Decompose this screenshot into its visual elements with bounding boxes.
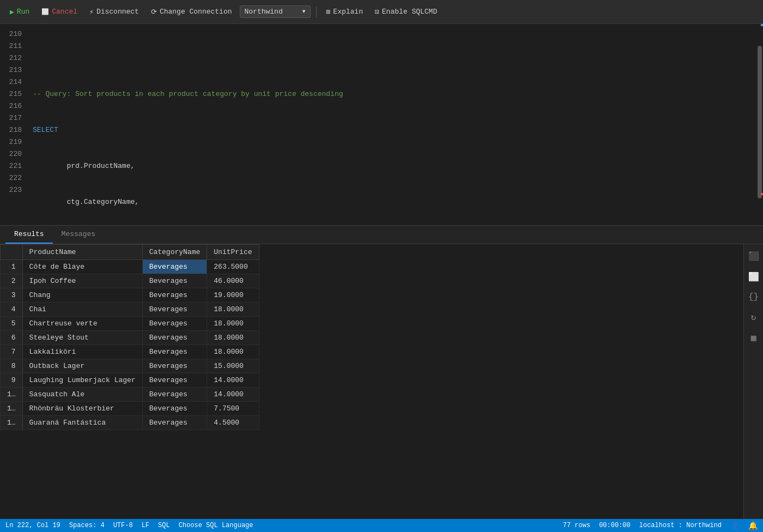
editor-scrollbar[interactable] bbox=[756, 24, 763, 225]
status-right: 77 rows 00:00:00 localhost : Northwind 👤… bbox=[563, 521, 758, 530]
explain-button[interactable]: ⊞ Explain bbox=[322, 5, 367, 19]
code-line-213: prd.ProductName, bbox=[33, 160, 751, 172]
row-num-cell[interactable]: 1… bbox=[1, 416, 23, 430]
sqlcmd-icon: ⊡ bbox=[375, 8, 379, 16]
status-bell-icon[interactable]: 🔔 bbox=[748, 521, 758, 530]
unit-price-cell[interactable]: 7.7500 bbox=[207, 402, 259, 416]
category-name-cell[interactable]: Beverages bbox=[142, 260, 207, 274]
table-row[interactable]: 7LakkaliköriBeverages18.0000 bbox=[1, 345, 259, 359]
unit-price-cell[interactable]: 14.0000 bbox=[207, 388, 259, 402]
editor-scroll-thumb bbox=[758, 46, 762, 198]
product-name-cell[interactable]: Steeleye Stout bbox=[22, 331, 142, 345]
row-num-cell[interactable]: 1 bbox=[1, 260, 23, 274]
db-name: Northwind bbox=[245, 8, 283, 16]
chart-icon[interactable]: ▦ bbox=[749, 330, 759, 346]
editor-area: 210 211 212 213 214 215 216 217 218 219 … bbox=[0, 24, 763, 519]
status-language: SQL bbox=[158, 522, 170, 529]
category-name-cell[interactable]: Beverages bbox=[142, 288, 207, 303]
row-num-cell[interactable]: 1… bbox=[1, 388, 23, 402]
unit-price-cell[interactable]: 4.5000 bbox=[207, 416, 259, 430]
row-num-cell[interactable]: 2 bbox=[1, 274, 23, 288]
product-name-cell[interactable]: Chartreuse verte bbox=[22, 317, 142, 331]
unit-price-cell[interactable]: 263.5000 bbox=[207, 260, 259, 274]
row-num-cell[interactable]: 3 bbox=[1, 288, 23, 303]
arrow-icon[interactable]: ↻ bbox=[749, 310, 759, 325]
table-row[interactable]: 1…Sasquatch AleBeverages14.0000 bbox=[1, 388, 259, 402]
code-content[interactable]: -- Query: Sort products in each product … bbox=[27, 24, 756, 225]
chevron-down-icon: ▼ bbox=[302, 9, 306, 15]
product-name-cell[interactable]: Outback Lager bbox=[22, 359, 142, 373]
product-name-cell[interactable]: Chang bbox=[22, 288, 142, 303]
export-icon[interactable]: ⬛ bbox=[746, 249, 761, 264]
unit-price-cell[interactable]: 14.0000 bbox=[207, 373, 259, 388]
row-num-cell[interactable]: 8 bbox=[1, 359, 23, 373]
col-header-num[interactable] bbox=[1, 245, 23, 260]
table-row[interactable]: 3ChangBeverages19.0000 bbox=[1, 288, 259, 303]
enable-sqlcmd-button[interactable]: ⊡ Enable SQLCMD bbox=[371, 5, 441, 19]
tab-results[interactable]: Results bbox=[5, 226, 53, 244]
product-name-cell[interactable]: Sasquatch Ale bbox=[22, 388, 142, 402]
category-name-cell[interactable]: Beverages bbox=[142, 416, 207, 430]
category-name-cell[interactable]: Beverages bbox=[142, 317, 207, 331]
unit-price-cell[interactable]: 15.0000 bbox=[207, 359, 259, 373]
status-line-ending: LF bbox=[142, 522, 149, 529]
status-choose-language[interactable]: Choose SQL Language bbox=[179, 522, 253, 529]
table-row[interactable]: 1Côte de BlayeBeverages263.5000 bbox=[1, 260, 259, 274]
col-header-productname[interactable]: ProductName bbox=[22, 245, 142, 260]
unit-price-cell[interactable]: 19.0000 bbox=[207, 288, 259, 303]
json-icon[interactable]: {} bbox=[746, 290, 761, 304]
category-name-cell[interactable]: Beverages bbox=[142, 359, 207, 373]
table-row[interactable]: 8Outback LagerBeverages15.0000 bbox=[1, 359, 259, 373]
status-position: Ln 222, Col 19 bbox=[5, 522, 60, 529]
table-row[interactable]: 1…Rhönbräu KlosterbierBeverages7.7500 bbox=[1, 402, 259, 416]
table-row[interactable]: 1…Guaraná FantásticaBeverages4.5000 bbox=[1, 416, 259, 430]
category-name-cell[interactable]: Beverages bbox=[142, 274, 207, 288]
col-header-categoryname[interactable]: CategoryName bbox=[142, 245, 207, 260]
code-editor[interactable]: 210 211 212 213 214 215 216 217 218 219 … bbox=[0, 24, 763, 226]
table-row[interactable]: 2Ipoh CoffeeBeverages46.0000 bbox=[1, 274, 259, 288]
unit-price-cell[interactable]: 46.0000 bbox=[207, 274, 259, 288]
unit-price-cell[interactable]: 18.0000 bbox=[207, 331, 259, 345]
row-num-cell[interactable]: 6 bbox=[1, 331, 23, 345]
product-name-cell[interactable]: Rhönbräu Klosterbier bbox=[22, 402, 142, 416]
category-name-cell[interactable]: Beverages bbox=[142, 303, 207, 317]
category-name-cell[interactable]: Beverages bbox=[142, 331, 207, 345]
table-row[interactable]: 4ChaiBeverages18.0000 bbox=[1, 303, 259, 317]
category-name-cell[interactable]: Beverages bbox=[142, 373, 207, 388]
product-name-cell[interactable]: Guaraná Fantástica bbox=[22, 416, 142, 430]
disconnect-label: Disconnect bbox=[96, 8, 139, 16]
run-button[interactable]: ▶ Run bbox=[5, 5, 34, 19]
unit-price-cell[interactable]: 18.0000 bbox=[207, 303, 259, 317]
product-name-cell[interactable]: Ipoh Coffee bbox=[22, 274, 142, 288]
expand-icon[interactable]: ⬜ bbox=[746, 269, 761, 285]
change-connection-button[interactable]: ⟳ Change Connection bbox=[147, 5, 237, 19]
table-row[interactable]: 5Chartreuse verteBeverages18.0000 bbox=[1, 317, 259, 331]
explain-label: Explain bbox=[333, 8, 363, 16]
product-name-cell[interactable]: Lakkaliköri bbox=[22, 345, 142, 359]
status-user-icon[interactable]: 👤 bbox=[730, 521, 740, 530]
category-name-cell[interactable]: Beverages bbox=[142, 402, 207, 416]
col-header-unitprice[interactable]: UnitPrice bbox=[207, 245, 259, 260]
category-name-cell[interactable]: Beverages bbox=[142, 345, 207, 359]
results-table-container[interactable]: ProductName CategoryName UnitPrice 1Côte… bbox=[0, 244, 743, 519]
cancel-button[interactable]: ⬜ Cancel bbox=[37, 5, 82, 18]
product-name-cell[interactable]: Chai bbox=[22, 303, 142, 317]
table-row[interactable]: 6Steeleye StoutBeverages18.0000 bbox=[1, 331, 259, 345]
unit-price-cell[interactable]: 18.0000 bbox=[207, 317, 259, 331]
enable-sqlcmd-label: Enable SQLCMD bbox=[382, 8, 437, 16]
status-encoding: UTF-8 bbox=[113, 522, 133, 529]
category-name-cell[interactable]: Beverages bbox=[142, 388, 207, 402]
database-selector[interactable]: Northwind ▼ bbox=[240, 5, 311, 18]
product-name-cell[interactable]: Côte de Blaye bbox=[22, 260, 142, 274]
tab-messages[interactable]: Messages bbox=[53, 226, 104, 244]
product-name-cell[interactable]: Laughing Lumberjack Lager bbox=[22, 373, 142, 388]
table-row[interactable]: 9Laughing Lumberjack LagerBeverages14.00… bbox=[1, 373, 259, 388]
unit-price-cell[interactable]: 18.0000 bbox=[207, 345, 259, 359]
explain-icon: ⊞ bbox=[326, 8, 331, 16]
disconnect-button[interactable]: ⚡ Disconnect bbox=[85, 5, 143, 19]
row-num-cell[interactable]: 1… bbox=[1, 402, 23, 416]
row-num-cell[interactable]: 7 bbox=[1, 345, 23, 359]
row-num-cell[interactable]: 9 bbox=[1, 373, 23, 388]
row-num-cell[interactable]: 5 bbox=[1, 317, 23, 331]
row-num-cell[interactable]: 4 bbox=[1, 303, 23, 317]
